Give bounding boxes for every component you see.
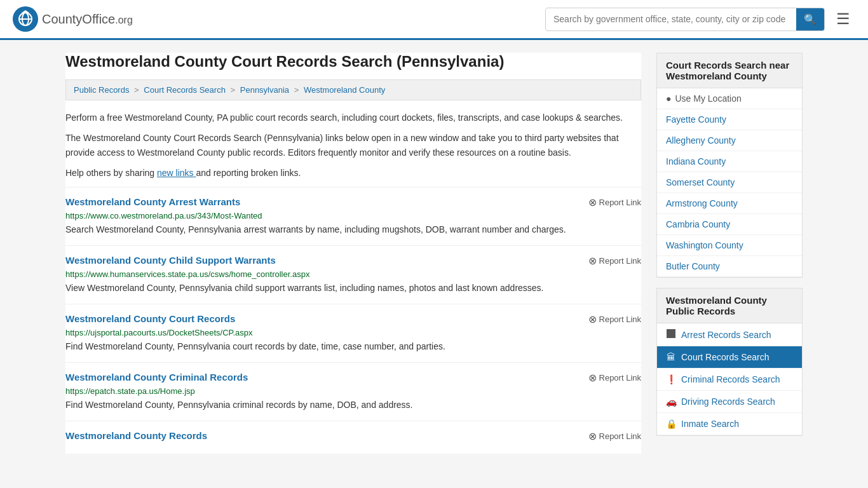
nearby-label: Washington County	[666, 240, 743, 250]
nearby-label: Fayette County	[666, 114, 726, 125]
new-links-link[interactable]: new links	[157, 168, 196, 178]
sidebar-item-icon: ❗	[666, 374, 676, 384]
report-link[interactable]: ⊗ Report Link	[588, 255, 641, 267]
nearby-label: Somerset County	[666, 177, 735, 187]
nearby-link[interactable]: Cambria County	[657, 214, 802, 235]
report-link[interactable]: ⊗ Report Link	[588, 313, 641, 325]
breadcrumb-public-records[interactable]: Public Records	[74, 85, 129, 95]
nearby-link[interactable]: Butler County	[657, 256, 802, 277]
record-link[interactable]: Westmoreland County Arrest Warrants	[65, 196, 240, 207]
record-header: Westmoreland County Arrest Warrants ⊗ Re…	[65, 196, 641, 208]
record-item: Westmoreland County Arrest Warrants ⊗ Re…	[65, 187, 641, 245]
breadcrumb-court-records[interactable]: Court Records Search	[144, 85, 226, 95]
nearby-link[interactable]: Somerset County	[657, 172, 802, 193]
record-link[interactable]: Westmoreland County Records	[65, 430, 207, 441]
public-records-link[interactable]: 🏛 Court Records Search	[657, 346, 802, 368]
arrest-icon	[667, 329, 675, 338]
record-link[interactable]: Westmoreland County Child Support Warran…	[65, 255, 276, 266]
public-records-label: Court Records Search	[681, 352, 770, 362]
record-item: Westmoreland County Criminal Records ⊗ R…	[65, 362, 641, 421]
nearby-item: Fayette County	[657, 109, 802, 130]
sidebar-item-icon: 🚗	[666, 396, 676, 407]
nearby-link[interactable]: Allegheny County	[657, 130, 802, 151]
nearby-label: Butler County	[666, 261, 720, 271]
menu-button[interactable]: ☰	[831, 8, 855, 30]
nearby-item: Cambria County	[657, 214, 802, 235]
nearby-item: Somerset County	[657, 172, 802, 193]
report-label: Report Link	[599, 256, 641, 266]
report-link[interactable]: ⊗ Report Link	[588, 372, 641, 384]
nearby-item: Washington County	[657, 235, 802, 256]
logo-suffix: .org	[115, 15, 133, 25]
report-icon: ⊗	[588, 372, 597, 384]
record-url: https://www.humanservices.state.pa.us/cs…	[65, 269, 641, 279]
public-records-item: 🔒 Inmate Search	[657, 413, 802, 435]
criminal-icon: ❗	[666, 374, 677, 384]
record-title: Westmoreland County Criminal Records	[65, 372, 248, 383]
public-records-item: 🏛 Court Records Search	[657, 346, 802, 369]
nearby-link[interactable]: Washington County	[657, 235, 802, 256]
header-right: 🔍 ☰	[545, 8, 855, 31]
nearby-link[interactable]: Armstrong County	[657, 193, 802, 214]
breadcrumb-pennsylvania[interactable]: Pennsylvania	[240, 85, 289, 95]
desc3-end: and reporting broken links.	[196, 168, 301, 178]
public-records-section: Westmoreland County Public Records Arres…	[656, 288, 803, 436]
report-icon: ⊗	[588, 196, 597, 208]
record-desc: Search Westmoreland County, Pennsylvania…	[65, 223, 641, 236]
record-url: https://epatch.state.pa.us/Home.jsp	[65, 386, 641, 396]
sidebar-item-icon: 🔒	[666, 419, 676, 429]
content-area: Westmoreland County Court Records Search…	[65, 53, 641, 454]
inmate-icon: 🔒	[666, 419, 677, 429]
report-label: Report Link	[599, 198, 641, 207]
record-title: Westmoreland County Arrest Warrants	[65, 196, 240, 207]
nearby-label: Armstrong County	[666, 198, 738, 208]
nearby-link[interactable]: Indiana County	[657, 151, 802, 172]
public-records-title: Westmoreland County Public Records	[657, 288, 802, 323]
public-records-link[interactable]: Arrest Records Search	[657, 323, 802, 346]
sidebar-item-icon: 🏛	[666, 352, 676, 362]
search-button[interactable]: 🔍	[796, 8, 824, 30]
report-link[interactable]: ⊗ Report Link	[588, 430, 641, 442]
report-icon: ⊗	[588, 430, 597, 442]
record-header: Westmoreland County Court Records ⊗ Repo…	[65, 313, 641, 325]
breadcrumb: Public Records > Court Records Search > …	[65, 79, 641, 100]
public-records-item: 🚗 Driving Records Search	[657, 391, 802, 413]
public-records-list: Arrest Records Search 🏛 Court Records Se…	[657, 323, 802, 435]
record-title: Westmoreland County Child Support Warran…	[65, 255, 276, 266]
record-header: Westmoreland County Criminal Records ⊗ R…	[65, 372, 641, 384]
record-link[interactable]: Westmoreland County Court Records	[65, 313, 235, 324]
public-records-label: Driving Records Search	[681, 396, 775, 407]
public-records-item: Arrest Records Search	[657, 323, 802, 346]
public-records-label: Inmate Search	[681, 419, 739, 429]
desc3-start: Help others by sharing	[65, 168, 154, 178]
public-records-link[interactable]: 🚗 Driving Records Search	[657, 391, 802, 412]
logo-text: CountyOffice.org	[42, 12, 133, 27]
report-icon: ⊗	[588, 313, 597, 325]
record-link[interactable]: Westmoreland County Criminal Records	[65, 372, 248, 383]
location-dot-icon: ●	[666, 93, 671, 104]
nearby-item: Armstrong County	[657, 193, 802, 214]
record-desc: Find Westmoreland County, Pennsylvania c…	[65, 340, 641, 353]
nearby-link[interactable]: Fayette County	[657, 109, 802, 130]
record-item: Westmoreland County Court Records ⊗ Repo…	[65, 304, 641, 362]
description-3: Help others by sharing new links and rep…	[65, 166, 641, 180]
search-input[interactable]	[546, 9, 796, 29]
breadcrumb-sep-2: >	[231, 85, 238, 95]
logo-brand: CountyOffice	[42, 12, 115, 26]
nearby-item: Butler County	[657, 256, 802, 277]
breadcrumb-westmoreland[interactable]: Westmoreland County	[304, 85, 385, 95]
sidebar: Court Records Search near Westmoreland C…	[656, 53, 803, 454]
report-link[interactable]: ⊗ Report Link	[588, 196, 641, 208]
logo-area: CountyOffice.org	[13, 6, 133, 32]
header: CountyOffice.org 🔍 ☰	[0, 0, 868, 40]
nearby-link[interactable]: ● Use My Location	[657, 88, 802, 109]
record-url: https://ujsportal.pacourts.us/DocketShee…	[65, 328, 641, 337]
report-label: Report Link	[599, 431, 641, 441]
search-bar: 🔍	[545, 8, 825, 31]
public-records-link[interactable]: ❗ Criminal Records Search	[657, 369, 802, 390]
nearby-label: Indiana County	[666, 156, 726, 166]
nearby-item: ● Use My Location	[657, 88, 802, 109]
court-icon: 🏛	[667, 352, 675, 362]
public-records-link[interactable]: 🔒 Inmate Search	[657, 413, 802, 435]
description-2: The Westmoreland County Court Records Se…	[65, 131, 641, 159]
